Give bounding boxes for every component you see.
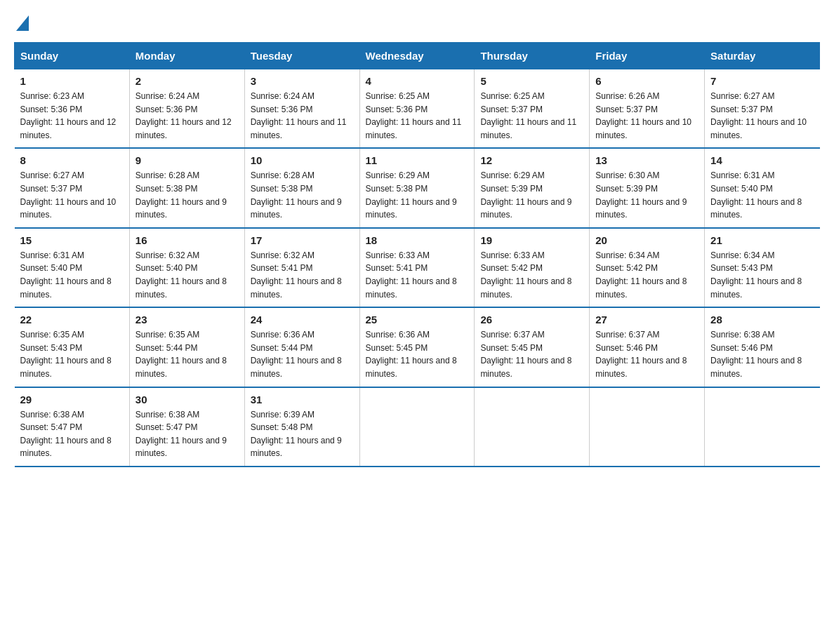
day-of-week-header: Wednesday	[359, 43, 475, 69]
day-number: 16	[135, 234, 239, 246]
day-number: 10	[251, 154, 354, 166]
calendar-header: SundayMondayTuesdayWednesdayThursdayFrid…	[15, 43, 820, 69]
day-info: Sunrise: 6:25 AMSunset: 5:37 PMDaylight:…	[480, 91, 576, 140]
day-number: 21	[710, 234, 814, 246]
calendar-day-cell: 13 Sunrise: 6:30 AMSunset: 5:39 PMDaylig…	[590, 148, 705, 227]
calendar-day-cell: 20 Sunrise: 6:34 AMSunset: 5:42 PMDaylig…	[590, 228, 705, 307]
days-of-week-row: SundayMondayTuesdayWednesdayThursdayFrid…	[15, 43, 820, 69]
calendar-day-cell: 26 Sunrise: 6:37 AMSunset: 5:45 PMDaylig…	[475, 307, 590, 387]
calendar-day-cell: 15 Sunrise: 6:31 AMSunset: 5:40 PMDaylig…	[15, 228, 130, 307]
calendar-day-cell: 28 Sunrise: 6:38 AMSunset: 5:46 PMDaylig…	[705, 307, 820, 387]
day-info: Sunrise: 6:24 AMSunset: 5:36 PMDaylight:…	[135, 91, 232, 140]
calendar-day-cell: 29 Sunrise: 6:38 AMSunset: 5:47 PMDaylig…	[15, 387, 130, 467]
calendar-day-cell: 7 Sunrise: 6:27 AMSunset: 5:37 PMDayligh…	[705, 69, 820, 149]
day-number: 4	[366, 75, 469, 87]
day-info: Sunrise: 6:23 AMSunset: 5:36 PMDaylight:…	[20, 91, 117, 140]
calendar-day-cell: 10 Sunrise: 6:28 AMSunset: 5:38 PMDaylig…	[244, 148, 359, 227]
day-info: Sunrise: 6:29 AMSunset: 5:39 PMDaylight:…	[480, 170, 571, 220]
calendar-day-cell: 22 Sunrise: 6:35 AMSunset: 5:43 PMDaylig…	[15, 307, 130, 387]
day-number: 18	[366, 234, 469, 246]
calendar-week-row: 15 Sunrise: 6:31 AMSunset: 5:40 PMDaylig…	[15, 228, 820, 307]
day-info: Sunrise: 6:27 AMSunset: 5:37 PMDaylight:…	[20, 170, 117, 220]
day-number: 26	[480, 314, 583, 326]
day-info: Sunrise: 6:28 AMSunset: 5:38 PMDaylight:…	[251, 170, 342, 220]
calendar-day-cell: 2 Sunrise: 6:24 AMSunset: 5:36 PMDayligh…	[129, 69, 244, 149]
day-number: 31	[251, 394, 354, 405]
day-info: Sunrise: 6:30 AMSunset: 5:39 PMDaylight:…	[595, 170, 687, 220]
day-number: 3	[251, 75, 354, 87]
day-number: 14	[710, 154, 814, 166]
day-info: Sunrise: 6:34 AMSunset: 5:43 PMDaylight:…	[710, 250, 802, 300]
calendar-day-cell: 4 Sunrise: 6:25 AMSunset: 5:36 PMDayligh…	[359, 69, 475, 149]
calendar-table: SundayMondayTuesdayWednesdayThursdayFrid…	[14, 42, 820, 467]
calendar-day-cell: 18 Sunrise: 6:33 AMSunset: 5:41 PMDaylig…	[359, 228, 475, 307]
day-info: Sunrise: 6:38 AMSunset: 5:47 PMDaylight:…	[20, 410, 112, 459]
logo	[14, 14, 29, 28]
calendar-week-row: 29 Sunrise: 6:38 AMSunset: 5:47 PMDaylig…	[15, 387, 820, 467]
day-info: Sunrise: 6:32 AMSunset: 5:41 PMDaylight:…	[251, 250, 342, 300]
day-of-week-header: Thursday	[475, 43, 590, 69]
day-number: 5	[480, 75, 583, 87]
calendar-day-cell: 25 Sunrise: 6:36 AMSunset: 5:45 PMDaylig…	[359, 307, 475, 387]
calendar-body: 1 Sunrise: 6:23 AMSunset: 5:36 PMDayligh…	[15, 69, 820, 467]
day-number: 12	[480, 154, 583, 166]
day-of-week-header: Sunday	[15, 43, 130, 69]
day-of-week-header: Monday	[129, 43, 244, 69]
day-info: Sunrise: 6:36 AMSunset: 5:45 PMDaylight:…	[366, 330, 457, 379]
calendar-day-cell: 16 Sunrise: 6:32 AMSunset: 5:40 PMDaylig…	[129, 228, 244, 307]
day-number: 23	[135, 314, 239, 326]
calendar-day-cell: 8 Sunrise: 6:27 AMSunset: 5:37 PMDayligh…	[15, 148, 130, 227]
calendar-day-cell: 17 Sunrise: 6:32 AMSunset: 5:41 PMDaylig…	[244, 228, 359, 307]
day-number: 2	[135, 75, 239, 87]
day-number: 6	[595, 75, 699, 87]
day-number: 29	[20, 394, 124, 405]
day-of-week-header: Friday	[590, 43, 705, 69]
day-info: Sunrise: 6:35 AMSunset: 5:44 PMDaylight:…	[135, 330, 227, 379]
calendar-day-cell: 3 Sunrise: 6:24 AMSunset: 5:36 PMDayligh…	[244, 69, 359, 149]
calendar-day-cell: 23 Sunrise: 6:35 AMSunset: 5:44 PMDaylig…	[129, 307, 244, 387]
day-info: Sunrise: 6:37 AMSunset: 5:46 PMDaylight:…	[595, 330, 687, 379]
day-info: Sunrise: 6:37 AMSunset: 5:45 PMDaylight:…	[480, 330, 571, 379]
calendar-day-cell: 5 Sunrise: 6:25 AMSunset: 5:37 PMDayligh…	[475, 69, 590, 149]
calendar-day-cell: 12 Sunrise: 6:29 AMSunset: 5:39 PMDaylig…	[475, 148, 590, 227]
day-info: Sunrise: 6:38 AMSunset: 5:46 PMDaylight:…	[710, 330, 802, 379]
day-info: Sunrise: 6:27 AMSunset: 5:37 PMDaylight:…	[710, 91, 807, 140]
calendar-day-cell	[359, 387, 475, 467]
day-number: 22	[20, 314, 124, 326]
calendar-week-row: 22 Sunrise: 6:35 AMSunset: 5:43 PMDaylig…	[15, 307, 820, 387]
day-number: 25	[366, 314, 469, 326]
calendar-day-cell: 1 Sunrise: 6:23 AMSunset: 5:36 PMDayligh…	[15, 69, 130, 149]
day-number: 17	[251, 234, 354, 246]
day-info: Sunrise: 6:28 AMSunset: 5:38 PMDaylight:…	[135, 170, 227, 220]
calendar-day-cell: 9 Sunrise: 6:28 AMSunset: 5:38 PMDayligh…	[129, 148, 244, 227]
day-info: Sunrise: 6:39 AMSunset: 5:48 PMDaylight:…	[251, 410, 342, 459]
day-info: Sunrise: 6:29 AMSunset: 5:38 PMDaylight:…	[366, 170, 457, 220]
calendar-day-cell: 19 Sunrise: 6:33 AMSunset: 5:42 PMDaylig…	[475, 228, 590, 307]
day-number: 19	[480, 234, 583, 246]
day-info: Sunrise: 6:25 AMSunset: 5:36 PMDaylight:…	[366, 91, 462, 140]
day-number: 13	[595, 154, 699, 166]
day-info: Sunrise: 6:33 AMSunset: 5:41 PMDaylight:…	[366, 250, 457, 300]
calendar-day-cell: 11 Sunrise: 6:29 AMSunset: 5:38 PMDaylig…	[359, 148, 475, 227]
day-number: 28	[710, 314, 814, 326]
calendar-day-cell: 21 Sunrise: 6:34 AMSunset: 5:43 PMDaylig…	[705, 228, 820, 307]
day-of-week-header: Saturday	[705, 43, 820, 69]
calendar-day-cell: 30 Sunrise: 6:38 AMSunset: 5:47 PMDaylig…	[129, 387, 244, 467]
calendar-day-cell: 24 Sunrise: 6:36 AMSunset: 5:44 PMDaylig…	[244, 307, 359, 387]
day-number: 1	[20, 75, 124, 87]
calendar-day-cell: 31 Sunrise: 6:39 AMSunset: 5:48 PMDaylig…	[244, 387, 359, 467]
day-number: 15	[20, 234, 124, 246]
day-info: Sunrise: 6:26 AMSunset: 5:37 PMDaylight:…	[595, 91, 691, 140]
day-number: 9	[135, 154, 239, 166]
day-number: 7	[710, 75, 814, 87]
calendar-day-cell: 14 Sunrise: 6:31 AMSunset: 5:40 PMDaylig…	[705, 148, 820, 227]
calendar-day-cell: 6 Sunrise: 6:26 AMSunset: 5:37 PMDayligh…	[590, 69, 705, 149]
day-number: 30	[135, 394, 239, 405]
day-number: 20	[595, 234, 699, 246]
day-info: Sunrise: 6:33 AMSunset: 5:42 PMDaylight:…	[480, 250, 571, 300]
day-info: Sunrise: 6:35 AMSunset: 5:43 PMDaylight:…	[20, 330, 112, 379]
day-number: 27	[595, 314, 699, 326]
day-info: Sunrise: 6:38 AMSunset: 5:47 PMDaylight:…	[135, 410, 227, 459]
day-number: 11	[366, 154, 469, 166]
day-number: 24	[251, 314, 354, 326]
